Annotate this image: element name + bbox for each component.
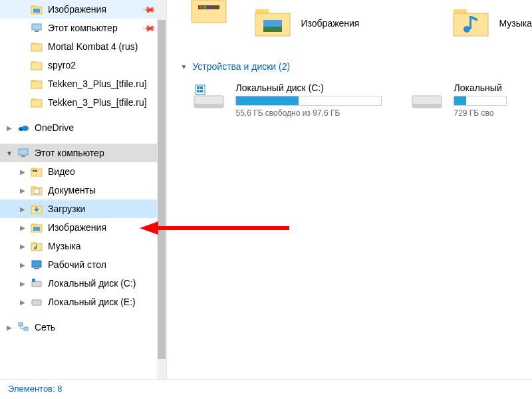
tree-item-label: Документы <box>48 185 96 196</box>
svg-rect-59 <box>197 90 200 92</box>
thispc-desktop[interactable]: ▶ Рабочий стол <box>0 255 166 274</box>
svg-rect-16 <box>21 156 25 157</box>
thispc-music[interactable]: ▶ Музыка <box>0 237 166 255</box>
tree-item-label: Mortal Kombat 4 (rus) <box>48 41 138 52</box>
thispc-downloads[interactable]: ▶ Загрузки <box>0 200 166 218</box>
network-item[interactable]: ▶ Сеть <box>0 318 166 336</box>
folder-tile-music[interactable]: Музыка <box>452 0 532 47</box>
svg-rect-18 <box>31 169 42 176</box>
svg-rect-28 <box>33 227 40 231</box>
folder-icon <box>29 76 44 91</box>
video-icon <box>29 164 44 179</box>
quick-item-folder[interactable]: spyro2 <box>0 56 166 74</box>
network-icon <box>16 320 31 334</box>
svg-rect-38 <box>19 323 23 326</box>
chevron-right-icon[interactable]: ▶ <box>3 124 16 132</box>
svg-rect-37 <box>32 300 41 305</box>
svg-rect-62 <box>412 104 442 108</box>
svg-rect-43 <box>200 6 202 9</box>
onedrive-item[interactable]: ▶ OneDrive <box>0 118 166 137</box>
svg-rect-58 <box>200 86 203 89</box>
svg-rect-10 <box>31 81 42 88</box>
svg-rect-53 <box>469 16 471 29</box>
chevron-right-icon[interactable]: ▶ <box>16 224 29 231</box>
navigation-tree[interactable]: Изображения 📌 Этот компьютер 📌 Mortal Ko… <box>0 0 167 379</box>
chevron-right-icon[interactable]: ▶ <box>16 261 29 269</box>
video-folder-icon <box>190 0 227 27</box>
chevron-down-icon[interactable]: ▼ <box>180 63 187 70</box>
drive-c-icon <box>190 82 227 116</box>
tree-item-label: Tekken_3_Plus_[tfile.ru] <box>48 97 147 108</box>
quick-item-folder[interactable]: Tekken_3_Plus_[tfile.ru] <box>0 74 166 93</box>
tree-item-label: Этот компьютер <box>35 148 104 158</box>
svg-rect-3 <box>32 24 41 30</box>
svg-rect-55 <box>194 104 223 108</box>
folder-icon <box>29 58 44 72</box>
onedrive-icon <box>16 120 31 135</box>
content-area[interactable]: Изображения Музыка ▼ Устройства и диски … <box>167 0 532 379</box>
drive-name: Локальный диск (C:) <box>235 82 382 93</box>
tree-item-label: Загрузки <box>48 203 85 214</box>
chevron-right-icon[interactable]: ▶ <box>16 187 29 194</box>
chevron-down-icon[interactable]: ▼ <box>3 150 16 157</box>
chevron-right-icon[interactable]: ▶ <box>3 324 16 331</box>
thispc-documents[interactable]: ▶ Документы <box>0 181 166 200</box>
pictures-folder-icon <box>254 7 291 40</box>
svg-rect-20 <box>35 170 37 172</box>
section-header-drives[interactable]: ▼ Устройства и диски (2) <box>167 55 532 77</box>
svg-rect-60 <box>200 90 203 92</box>
quick-item-thispc[interactable]: Этот компьютер 📌 <box>0 19 166 37</box>
drive-usage-bar <box>235 96 382 106</box>
pin-icon: 📌 <box>142 21 157 35</box>
svg-rect-41 <box>192 0 226 23</box>
pc-icon <box>29 21 44 35</box>
quick-item-folder[interactable]: Mortal Kombat 4 (rus) <box>0 37 166 56</box>
scrollbar[interactable] <box>157 0 166 379</box>
chevron-right-icon[interactable]: ▶ <box>16 168 29 176</box>
drive-tile-e[interactable]: Локальный 729 ГБ сво <box>408 82 507 118</box>
svg-rect-57 <box>197 86 200 89</box>
status-bar: Элементов: 8 <box>0 379 532 398</box>
drive-usage-bar <box>454 96 507 106</box>
tree-item-label: Tekken_3_Plus_[tfile.ru] <box>48 78 147 89</box>
folder-tile-pictures[interactable]: Изображения <box>254 0 359 47</box>
svg-rect-44 <box>203 6 206 9</box>
thispc-drive-c[interactable]: ▶ Локальный диск (C:) <box>0 274 166 293</box>
scrollbar-thumb[interactable] <box>158 20 166 359</box>
item-count: Элементов: 8 <box>8 384 62 394</box>
quick-item-folder[interactable]: Tekken_3_Plus_[tfile.ru] <box>0 93 166 112</box>
thispc-item[interactable]: ▼ Этот компьютер <box>0 144 166 162</box>
drive-icon <box>408 82 446 116</box>
svg-rect-6 <box>31 44 42 51</box>
pc-icon <box>16 146 31 160</box>
quick-item-pictures[interactable]: Изображения 📌 <box>0 0 166 19</box>
svg-rect-32 <box>36 244 37 248</box>
folder-label: Музыка <box>499 18 532 29</box>
thispc-video[interactable]: ▶ Видео <box>0 162 166 181</box>
drive-free-text: 729 ГБ сво <box>454 108 507 118</box>
folder-icon <box>29 39 44 54</box>
svg-rect-35 <box>32 281 41 287</box>
music-folder-icon <box>452 7 489 40</box>
tree-item-label: Изображения <box>48 222 106 233</box>
svg-rect-23 <box>34 189 39 194</box>
drive-tile-c[interactable]: Локальный диск (C:) 55,6 ГБ свободно из … <box>190 82 382 118</box>
tree-item-label: Изображения <box>48 4 106 15</box>
svg-rect-12 <box>31 100 42 107</box>
thispc-drive-e[interactable]: ▶ Локальный диск (E:) <box>0 293 166 311</box>
chevron-right-icon[interactable]: ▶ <box>16 205 29 213</box>
svg-rect-15 <box>19 149 28 155</box>
svg-point-52 <box>464 26 470 33</box>
chevron-right-icon[interactable]: ▶ <box>16 243 29 250</box>
svg-rect-46 <box>255 9 269 13</box>
tree-item-label: Рабочий стол <box>48 259 106 270</box>
chevron-right-icon[interactable]: ▶ <box>16 299 29 306</box>
folder-tile[interactable] <box>190 0 227 33</box>
folder-label: Изображения <box>301 18 359 29</box>
drive-free-text: 55,6 ГБ свободно из 97,6 ГБ <box>235 108 382 118</box>
svg-rect-19 <box>33 170 35 172</box>
svg-rect-33 <box>32 261 41 267</box>
thispc-pictures[interactable]: ▶ Изображения <box>0 218 166 237</box>
chevron-right-icon[interactable]: ▶ <box>16 280 29 287</box>
svg-rect-4 <box>35 31 39 32</box>
